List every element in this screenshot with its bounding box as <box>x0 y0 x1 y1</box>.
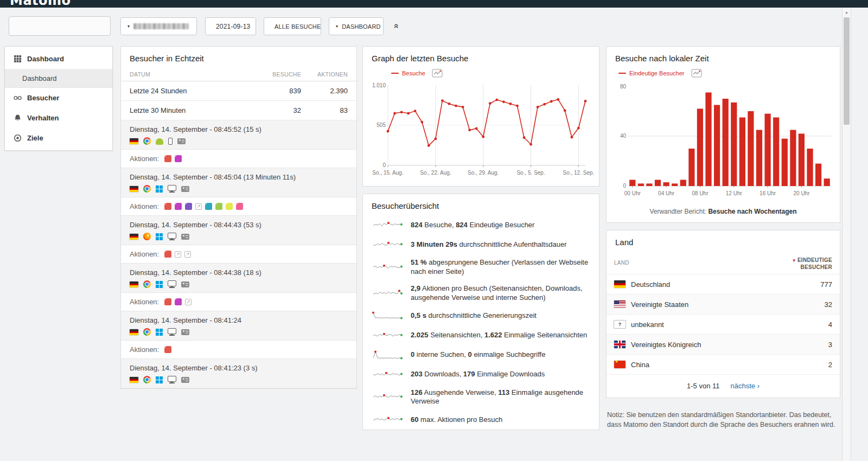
goals-icon <box>14 134 22 142</box>
desktop-icon <box>168 328 176 334</box>
summary-row-30min: Letzte 30 Minuten 32 83 <box>121 101 356 120</box>
android-icon <box>156 138 163 145</box>
metrics-picker-icon[interactable] <box>432 69 443 78</box>
country-value: 777 <box>820 280 832 289</box>
summary-label: Letzte 24 Stunden <box>130 87 258 95</box>
outlink-icon[interactable] <box>184 251 191 258</box>
overview-text: 51 % abgesprungene Besucher (Verlassen d… <box>411 258 590 277</box>
overview-row: 0,5 s durchschnittliche Generierungszeit <box>363 306 599 326</box>
outlink-icon[interactable] <box>175 251 181 258</box>
vertical-scrollbar[interactable]: ▲ <box>842 8 851 461</box>
local-time-bar-chart[interactable]: 0408000 Uhr04 Uhr08 Uhr12 Uhr16 Uhr20 Uh… <box>610 80 838 200</box>
search-box[interactable] <box>9 16 111 36</box>
windows-icon <box>156 329 163 336</box>
svg-text:0: 0 <box>623 183 626 189</box>
sidebar-subitem-dashboard[interactable]: Dashboard <box>5 69 112 88</box>
sidebar-item-verhalten[interactable]: Verhalten <box>5 108 112 128</box>
country-label: Deutschland <box>631 280 815 289</box>
page-purple-icon[interactable] <box>185 203 192 210</box>
page-magenta-icon[interactable] <box>175 298 182 305</box>
page-red-icon[interactable] <box>164 298 171 305</box>
overview-row: 126 Ausgehende Verweise, 113 Einmalige a… <box>363 385 599 411</box>
page-red-icon[interactable] <box>164 346 171 353</box>
outlink-icon[interactable] <box>195 203 202 210</box>
visits-line-chart[interactable]: 05051.010So., 15. Aug.So., 22. Aug.So., … <box>366 80 594 181</box>
legend-dash-icon <box>391 73 399 74</box>
visit-actions-row: Aktionen: <box>121 341 356 359</box>
visitor-entry[interactable]: Dienstag, 14. September - 08:45:04 (13 M… <box>121 168 356 197</box>
country-rows: Deutschland777Vereinigte Staaten32unbeka… <box>607 274 840 374</box>
caret-down-icon: ▾ <box>127 24 130 29</box>
page-teal-icon[interactable] <box>205 203 212 210</box>
sparkline <box>372 391 403 403</box>
country-table-header: LAND ▼EINDEUTIGE BESUCHER <box>607 252 840 274</box>
app-logo: Matomo <box>10 0 868 8</box>
overview-row: 824 Besuche, 824 Eindeutige Besucher <box>363 215 599 235</box>
actions-label: Aktionen: <box>130 155 159 163</box>
overview-text: 824 Besuche, 824 Eindeutige Besucher <box>411 221 534 230</box>
sidebar-item-label: Dashboard <box>22 74 57 82</box>
summary-visits: 32 <box>258 106 301 114</box>
site-selector[interactable]: ▾ <box>120 17 197 35</box>
flag-de-icon <box>130 138 138 144</box>
flag-us-icon <box>614 300 626 308</box>
dashboard-menu-button[interactable]: ▾ DASHBOARD <box>329 17 384 35</box>
related-report-link[interactable]: Besuche nach Wochentagen <box>708 208 796 215</box>
segment-selector-button[interactable]: ALLE BESUCHE <box>264 17 321 35</box>
visit-datetime: Dienstag, 14. September - 08:44:38 (18 s… <box>130 268 348 277</box>
visitor-entry[interactable]: Dienstag, 14. September - 08:44:43 (53 s… <box>121 216 356 245</box>
collapse-header-icon[interactable]: « <box>390 20 403 33</box>
visit-icons <box>130 328 348 336</box>
visit-actions-row: Aktionen: <box>121 293 356 311</box>
windows-icon <box>156 376 163 383</box>
page-red-icon[interactable] <box>164 203 171 210</box>
bar-chart-area: 0408000 Uhr04 Uhr08 Uhr12 Uhr16 Uhr20 Uh… <box>607 80 840 206</box>
search-input[interactable] <box>19 22 117 31</box>
sidebar-item-label: Dashboard <box>27 55 64 63</box>
visit-actions-row: Aktionen: <box>121 245 356 264</box>
visit-datetime: Dienstag, 14. September - 08:41:23 (3 s) <box>130 364 348 372</box>
page-red-icon[interactable] <box>164 155 171 162</box>
windows-icon <box>156 281 163 288</box>
local-time-widget: Besuche nach lokaler Zeit Eindeutige Bes… <box>606 46 840 223</box>
column-header-visitors[interactable]: ▼EINDEUTIGE BESUCHER <box>771 257 832 271</box>
sparkline <box>372 330 403 342</box>
profile-icon <box>181 234 189 240</box>
desktop-icon <box>168 376 176 382</box>
svg-text:16 Uhr: 16 Uhr <box>760 190 776 196</box>
sidebar-item-dashboard[interactable]: Dashboard <box>5 49 112 69</box>
desktop-icon <box>168 185 176 191</box>
date-picker-button[interactable]: 2021-09-13 <box>205 17 256 35</box>
segment-label: ALLE BESUCHE <box>275 23 321 30</box>
next-page-link[interactable]: nächste › <box>730 382 759 390</box>
overview-row: 3 Minuten 29s durchschnittliche Aufentha… <box>363 235 599 254</box>
outlink-icon[interactable] <box>185 299 192 305</box>
sidebar-item-ziele[interactable]: Ziele <box>5 128 112 148</box>
svg-text:08 Uhr: 08 Uhr <box>692 190 709 196</box>
scrollbar-thumb[interactable] <box>844 17 850 125</box>
metrics-picker-icon[interactable] <box>691 69 702 78</box>
visits-graph-widget: Graph der letzten Besuche Besuche 05051.… <box>362 46 599 187</box>
page-green-icon[interactable] <box>215 203 222 210</box>
windows-icon <box>156 233 163 240</box>
page-magenta-icon[interactable] <box>175 203 182 210</box>
svg-text:505: 505 <box>376 122 386 128</box>
country-value: 4 <box>828 321 832 329</box>
scroll-up-arrow[interactable]: ▲ <box>843 8 851 16</box>
visitor-entry[interactable]: Dienstag, 14. September - 08:44:38 (18 s… <box>121 264 356 293</box>
site-name-redacted <box>133 23 189 29</box>
visitor-entry[interactable]: Dienstag, 14. September - 08:41:23 (3 s) <box>121 359 356 388</box>
svg-text:80: 80 <box>620 84 627 89</box>
page-magenta-icon[interactable] <box>175 155 182 162</box>
page-pink-icon[interactable] <box>236 203 243 210</box>
visitor-entry[interactable]: Dienstag, 14. September - 08:45:52 (15 s… <box>121 120 356 150</box>
profile-icon <box>181 281 189 287</box>
visitor-entry[interactable]: Dienstag, 14. September - 08:41:24 <box>121 311 356 341</box>
page-yellow-icon[interactable] <box>226 203 233 210</box>
table-row: unbekannt4 <box>607 314 840 334</box>
overview-row: 60 max. Aktionen pro Besuch <box>363 410 599 430</box>
page-red-icon[interactable] <box>164 251 171 258</box>
flag-de-icon <box>130 329 138 335</box>
chrome-icon <box>143 280 151 288</box>
sidebar-item-besucher[interactable]: Besucher <box>5 88 112 108</box>
